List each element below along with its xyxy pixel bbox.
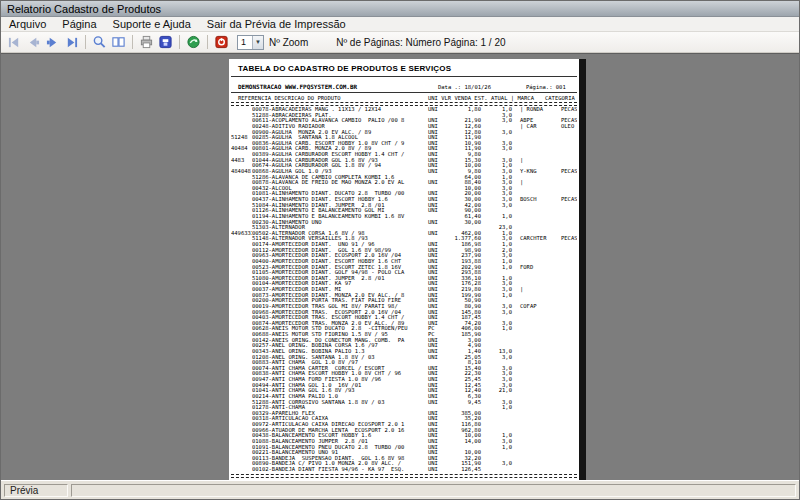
export-icon	[186, 35, 201, 49]
cell-marca	[512, 467, 558, 473]
cell-categoria	[558, 467, 577, 473]
status-panel	[71, 484, 796, 497]
last-page-button[interactable]	[62, 34, 81, 51]
cell-description: 00102-BANDEJA DIANT FIESTA 94/96 - KA 97…	[252, 467, 428, 473]
export-button[interactable]	[184, 34, 203, 51]
header-referencia: REFERENCIA DESCRICAO DO PRODUTO	[231, 95, 428, 101]
table-header: REFERENCIA DESCRICAO DO PRODUTO UNI VLR …	[231, 95, 577, 101]
cell-stock	[481, 467, 512, 473]
toolbar: 1 ▼ Nº Zoom Nº de Páginas: Número Página…	[1, 32, 799, 53]
zoom-button[interactable]	[90, 34, 109, 51]
toolbar-separator	[85, 35, 86, 49]
first-page-button[interactable]	[5, 34, 24, 51]
first-page-icon	[7, 36, 22, 49]
zoom-label: Nº Zoom	[269, 37, 308, 48]
header-categoria: CATEGORIA	[545, 95, 577, 101]
toolbar-separator	[179, 35, 180, 49]
divider	[231, 474, 577, 478]
menu-sair-da-previa[interactable]: Sair da Prévia de Impressão	[199, 17, 354, 31]
previous-page-icon	[26, 36, 41, 49]
title-bar: Relatorio Cadastro de Produtos	[1, 1, 799, 17]
status-previa: Prévia	[4, 484, 68, 497]
cell-code	[231, 467, 252, 473]
report-page-number: Página.: 001	[526, 84, 566, 90]
report-subtitle: DEMONSTRACAO WWW.FPQSYSTEM.COM.BR	[238, 83, 438, 90]
printer-setup-icon	[158, 35, 173, 49]
report-rows: 00078-ABRACADEIRAS MANG . 11X13 / 12X14U…	[231, 107, 577, 473]
report-content: TABELA DO CADASTRO DE PRODUTOS E SERVIÇO…	[231, 59, 577, 480]
zoom-select[interactable]: 1 ▼	[237, 35, 264, 50]
pages-label: Nº de Páginas: Número Página: 1 / 20	[336, 37, 505, 48]
printer-icon	[139, 35, 154, 49]
cell-price: 126,45	[445, 467, 481, 473]
divider	[231, 76, 577, 77]
two-page-view-button[interactable]	[109, 34, 128, 51]
next-page-icon	[45, 36, 60, 49]
status-bar: Prévia	[1, 480, 799, 499]
toolbar-separator	[207, 35, 208, 49]
zoom-select-value: 1	[238, 37, 252, 48]
print-button[interactable]	[137, 34, 156, 51]
toolbar-separator	[132, 35, 133, 49]
page-shadow	[579, 59, 586, 480]
previous-page-button[interactable]	[24, 34, 43, 51]
printer-setup-button[interactable]	[156, 34, 175, 51]
app-window: Relatorio Cadastro de Produtos Arquivo P…	[0, 0, 800, 500]
report-page: TABELA DO CADASTRO DE PRODUTOS E SERVIÇO…	[229, 59, 579, 480]
next-page-button[interactable]	[43, 34, 62, 51]
menu-pagina[interactable]: Página	[54, 17, 104, 31]
table-row: 00102-BANDEJA DIANT FIESTA 94/96 - KA 97…	[231, 467, 577, 473]
two-page-view-icon	[111, 35, 126, 49]
menu-bar: Arquivo Página Suporte e Ajuda Sair da P…	[1, 17, 799, 32]
header-valores: UNI VLR VENDA EST. ATUAL | MARCA	[428, 95, 545, 101]
report-title: TABELA DO CADASTRO DE PRODUTOS E SERVIÇO…	[238, 64, 577, 73]
preview-area[interactable]: TABELA DO CADASTRO DE PRODUTOS E SERVIÇO…	[1, 53, 799, 480]
chevron-down-icon[interactable]: ▼	[252, 36, 263, 49]
close-preview-button[interactable]	[212, 34, 231, 51]
magnifier-icon	[92, 35, 107, 49]
last-page-icon	[64, 36, 79, 49]
menu-suporte-e-ajuda[interactable]: Suporte e Ajuda	[105, 17, 199, 31]
report-subline: DEMONSTRACAO WWW.FPQSYSTEM.COM.BR Data .…	[238, 83, 577, 90]
window-title: Relatorio Cadastro de Produtos	[7, 3, 161, 15]
report-date: Data .: 18/01/26	[438, 84, 526, 90]
cell-unit: UNI	[428, 467, 445, 473]
menu-arquivo[interactable]: Arquivo	[1, 17, 54, 31]
close-preview-icon	[214, 35, 229, 49]
divider	[231, 102, 577, 106]
divider	[231, 92, 577, 93]
